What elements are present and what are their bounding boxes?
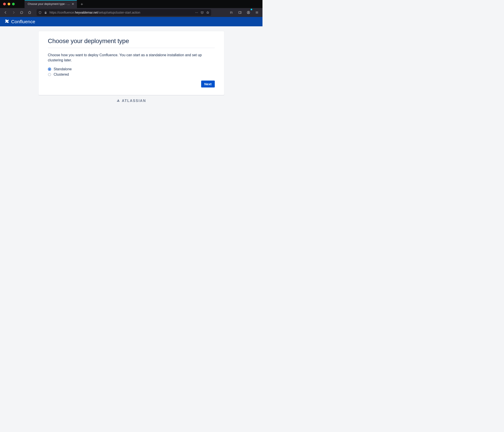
- atlassian-mark-icon: [117, 99, 120, 103]
- vendor-name: ATLASSIAN: [122, 99, 146, 103]
- home-button[interactable]: [26, 9, 33, 16]
- window-controls: [0, 0, 25, 8]
- tab-title: Choose your deployment type - Con: [28, 2, 71, 6]
- svg-point-1: [195, 12, 196, 13]
- window-close-icon[interactable]: [3, 3, 6, 5]
- setup-card: Choose your deployment type Choose how y…: [39, 31, 224, 95]
- next-button[interactable]: Next: [201, 81, 215, 87]
- bookmark-star-icon[interactable]: [206, 11, 209, 14]
- hamburger-menu-icon[interactable]: [253, 9, 260, 16]
- option-label: Standalone: [54, 67, 72, 71]
- form-actions: Next: [48, 81, 215, 87]
- account-icon[interactable]: [245, 9, 252, 16]
- address-bar[interactable]: https://confluence.heyvaldemar.net/setup…: [36, 9, 211, 16]
- page-description: Choose how you want to deploy Confluence…: [48, 52, 215, 63]
- close-tab-icon[interactable]: ✕: [71, 2, 75, 6]
- url-prefix: https://confluence.: [50, 11, 75, 14]
- lock-icon[interactable]: [44, 11, 47, 14]
- shield-icon[interactable]: [38, 11, 42, 14]
- more-icon[interactable]: [195, 11, 198, 14]
- nav-forward-button[interactable]: [10, 9, 17, 16]
- confluence-logo[interactable]: Confluence: [4, 19, 35, 25]
- window-zoom-icon[interactable]: [12, 3, 15, 5]
- url-text: https://confluence.heyvaldemar.net/setup…: [50, 11, 140, 14]
- svg-rect-4: [239, 11, 241, 13]
- browser-toolbar: https://confluence.heyvaldemar.net/setup…: [0, 8, 262, 17]
- sidebar-icon[interactable]: [237, 9, 243, 16]
- radio-icon[interactable]: [48, 68, 51, 71]
- svg-point-3: [197, 12, 198, 13]
- nav-back-button[interactable]: [2, 9, 9, 16]
- svg-point-6: [248, 12, 249, 13]
- radio-icon[interactable]: [48, 73, 51, 76]
- window-minimize-icon[interactable]: [8, 3, 10, 5]
- atlassian-logo[interactable]: ATLASSIAN: [117, 99, 146, 103]
- option-standalone[interactable]: Standalone: [48, 67, 215, 71]
- divider: [48, 48, 215, 48]
- library-icon[interactable]: [228, 9, 235, 16]
- confluence-mark-icon: [4, 19, 9, 25]
- option-clustered[interactable]: Clustered: [48, 73, 215, 76]
- option-label: Clustered: [54, 73, 69, 76]
- new-tab-button[interactable]: ＋: [78, 0, 85, 8]
- page-body: Choose your deployment type Choose how y…: [0, 26, 262, 107]
- product-name: Confluence: [11, 19, 35, 24]
- url-path: /setup/setupcluster-start.action: [98, 11, 140, 14]
- pocket-icon[interactable]: [200, 11, 204, 14]
- url-domain: heyvaldemar.net: [75, 11, 98, 14]
- page-title: Choose your deployment type: [48, 37, 215, 45]
- app-header: Confluence: [0, 17, 262, 26]
- svg-point-2: [196, 12, 197, 13]
- browser-tab[interactable]: Choose your deployment type - Con ✕: [25, 0, 77, 8]
- browser-titlebar: Choose your deployment type - Con ✕ ＋: [0, 0, 262, 8]
- page-footer: ATLASSIAN: [39, 95, 224, 107]
- reload-button[interactable]: [18, 9, 25, 16]
- svg-rect-0: [45, 12, 47, 14]
